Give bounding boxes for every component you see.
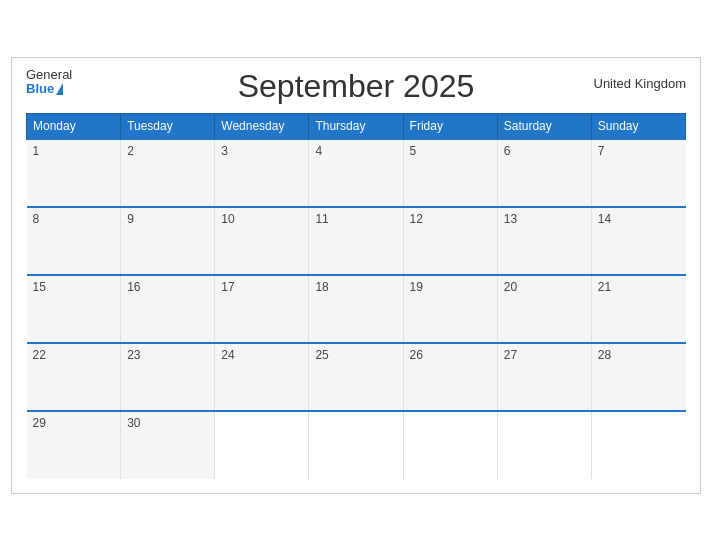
day-number: 29 xyxy=(33,416,46,430)
day-cell: 3 xyxy=(215,139,309,207)
day-number: 28 xyxy=(598,348,611,362)
day-cell: 2 xyxy=(121,139,215,207)
day-number: 30 xyxy=(127,416,140,430)
day-cell: 13 xyxy=(497,207,591,275)
day-cell: 16 xyxy=(121,275,215,343)
day-cell: 18 xyxy=(309,275,403,343)
day-cell: 21 xyxy=(591,275,685,343)
region-label: United Kingdom xyxy=(594,76,687,91)
day-number: 3 xyxy=(221,144,228,158)
day-number: 10 xyxy=(221,212,234,226)
day-number: 26 xyxy=(410,348,423,362)
day-cell: 15 xyxy=(27,275,121,343)
day-number: 27 xyxy=(504,348,517,362)
week-row-3: 15161718192021 xyxy=(27,275,686,343)
col-saturday: Saturday xyxy=(497,113,591,139)
day-cell: 29 xyxy=(27,411,121,479)
day-number: 16 xyxy=(127,280,140,294)
day-number: 13 xyxy=(504,212,517,226)
day-cell: 10 xyxy=(215,207,309,275)
day-cell: 26 xyxy=(403,343,497,411)
days-header-row: Monday Tuesday Wednesday Thursday Friday… xyxy=(27,113,686,139)
day-number: 7 xyxy=(598,144,605,158)
week-row-2: 891011121314 xyxy=(27,207,686,275)
col-friday: Friday xyxy=(403,113,497,139)
day-number: 5 xyxy=(410,144,417,158)
day-number: 1 xyxy=(33,144,40,158)
day-cell xyxy=(497,411,591,479)
day-number: 19 xyxy=(410,280,423,294)
day-number: 14 xyxy=(598,212,611,226)
day-number: 12 xyxy=(410,212,423,226)
day-cell: 12 xyxy=(403,207,497,275)
day-cell: 20 xyxy=(497,275,591,343)
col-monday: Monday xyxy=(27,113,121,139)
calendar-container: General Blue September 2025 United Kingd… xyxy=(11,57,701,494)
day-cell: 1 xyxy=(27,139,121,207)
day-cell xyxy=(309,411,403,479)
day-cell: 30 xyxy=(121,411,215,479)
day-number: 15 xyxy=(33,280,46,294)
week-row-4: 22232425262728 xyxy=(27,343,686,411)
day-cell: 17 xyxy=(215,275,309,343)
day-cell: 4 xyxy=(309,139,403,207)
day-cell xyxy=(591,411,685,479)
day-number: 20 xyxy=(504,280,517,294)
day-cell xyxy=(215,411,309,479)
day-cell: 14 xyxy=(591,207,685,275)
day-cell: 11 xyxy=(309,207,403,275)
logo-general-text: General xyxy=(26,68,72,82)
col-sunday: Sunday xyxy=(591,113,685,139)
week-row-5: 2930 xyxy=(27,411,686,479)
day-number: 23 xyxy=(127,348,140,362)
day-cell: 27 xyxy=(497,343,591,411)
week-row-1: 1234567 xyxy=(27,139,686,207)
day-cell: 6 xyxy=(497,139,591,207)
day-number: 25 xyxy=(315,348,328,362)
logo-blue-text: Blue xyxy=(26,82,54,96)
col-tuesday: Tuesday xyxy=(121,113,215,139)
logo-triangle-icon xyxy=(56,83,63,95)
day-cell: 9 xyxy=(121,207,215,275)
day-number: 4 xyxy=(315,144,322,158)
day-cell: 8 xyxy=(27,207,121,275)
calendar-header: General Blue September 2025 United Kingd… xyxy=(26,68,686,105)
day-cell: 22 xyxy=(27,343,121,411)
day-number: 6 xyxy=(504,144,511,158)
day-cell: 23 xyxy=(121,343,215,411)
day-number: 22 xyxy=(33,348,46,362)
day-cell: 28 xyxy=(591,343,685,411)
day-number: 9 xyxy=(127,212,134,226)
col-thursday: Thursday xyxy=(309,113,403,139)
logo-line: Blue xyxy=(26,82,63,96)
day-number: 17 xyxy=(221,280,234,294)
col-wednesday: Wednesday xyxy=(215,113,309,139)
day-number: 24 xyxy=(221,348,234,362)
day-cell: 5 xyxy=(403,139,497,207)
day-cell xyxy=(403,411,497,479)
day-number: 8 xyxy=(33,212,40,226)
day-cell: 7 xyxy=(591,139,685,207)
day-number: 2 xyxy=(127,144,134,158)
day-number: 11 xyxy=(315,212,328,226)
logo: General Blue xyxy=(26,68,72,97)
day-number: 21 xyxy=(598,280,611,294)
day-number: 18 xyxy=(315,280,328,294)
day-cell: 19 xyxy=(403,275,497,343)
calendar-title: September 2025 xyxy=(238,68,475,105)
day-cell: 24 xyxy=(215,343,309,411)
day-cell: 25 xyxy=(309,343,403,411)
calendar-grid: Monday Tuesday Wednesday Thursday Friday… xyxy=(26,113,686,479)
